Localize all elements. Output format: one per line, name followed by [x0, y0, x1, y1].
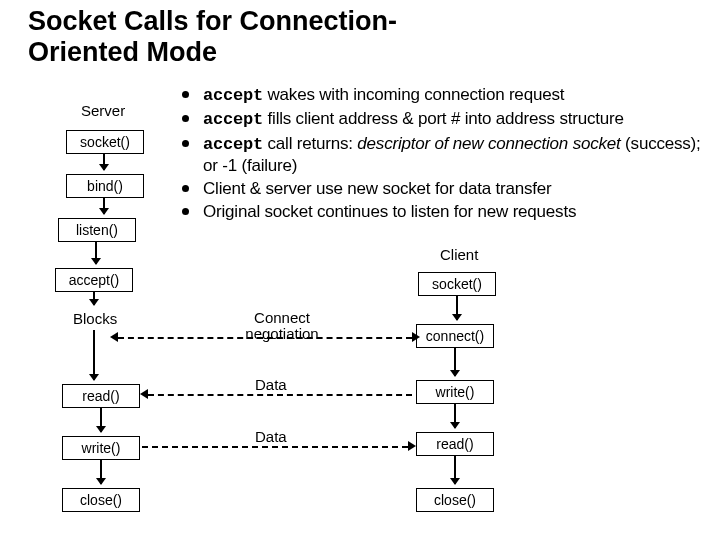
bullet-4: Client & server use new socket for data … [182, 178, 702, 199]
arrow-down-icon [454, 456, 456, 484]
server-write-box: write() [62, 436, 140, 460]
emphasized-text: descriptor of new connection socket [357, 134, 620, 153]
data-label-2: Data [255, 428, 287, 445]
server-socket-box: socket() [66, 130, 144, 154]
data-label-1: Data [255, 376, 287, 393]
client-write-box: write() [416, 380, 494, 404]
arrow-down-icon [103, 154, 105, 170]
client-close-box: close() [416, 488, 494, 512]
page-title: Socket Calls for Connection- Oriented Mo… [28, 6, 397, 68]
arrow-down-icon [93, 330, 95, 380]
bullet-1: accept wakes with incoming connection re… [182, 84, 702, 106]
bullet-icon [182, 140, 189, 147]
accept-keyword: accept [203, 135, 263, 154]
dashed-data-line [142, 446, 408, 448]
bullet-icon [182, 91, 189, 98]
arrow-down-icon [100, 408, 102, 432]
bullet-2: accept fills client address & port # int… [182, 108, 702, 130]
server-bind-box: bind() [66, 174, 144, 198]
connect-negotiation-label: Connect negotiation [222, 310, 342, 342]
bullet-3: accept call returns: descriptor of new c… [182, 133, 702, 177]
server-read-box: read() [62, 384, 140, 408]
title-line2: Oriented Mode [28, 37, 217, 67]
title-line1: Socket Calls for Connection- [28, 6, 397, 36]
bullet-list: accept wakes with incoming connection re… [182, 84, 702, 225]
bullet-text: accept call returns: descriptor of new c… [203, 133, 702, 177]
client-connect-box: connect() [416, 324, 494, 348]
blocks-label: Blocks [73, 310, 117, 327]
client-label: Client [440, 246, 478, 263]
bullet-text: accept fills client address & port # int… [203, 108, 624, 130]
server-accept-box: accept() [55, 268, 133, 292]
arrow-down-icon [95, 242, 97, 264]
arrow-down-icon [456, 296, 458, 320]
accept-keyword: accept [203, 86, 263, 105]
client-read-box: read() [416, 432, 494, 456]
client-socket-box: socket() [418, 272, 496, 296]
bullet-icon [182, 208, 189, 215]
arrow-left-icon [140, 389, 148, 399]
accept-keyword: accept [203, 110, 263, 129]
arrow-left-icon [110, 332, 118, 342]
bullet-text: accept wakes with incoming connection re… [203, 84, 564, 106]
bullet-text: Client & server use new socket for data … [203, 178, 552, 199]
text-span: fills client address & port # into addre… [263, 109, 624, 128]
bullet-icon [182, 185, 189, 192]
bullet-icon [182, 115, 189, 122]
arrow-down-icon [100, 460, 102, 484]
arrow-down-icon [454, 348, 456, 376]
arrow-right-icon [408, 441, 416, 451]
text-span: call returns: [263, 134, 357, 153]
arrow-right-icon [412, 332, 420, 342]
bullet-text: Original socket continues to listen for … [203, 201, 576, 222]
server-listen-box: listen() [58, 218, 136, 242]
server-close-box: close() [62, 488, 140, 512]
text-span: wakes with incoming connection request [263, 85, 564, 104]
arrow-down-icon [454, 404, 456, 428]
arrow-down-icon [93, 292, 95, 305]
server-label: Server [81, 102, 125, 119]
bullet-5: Original socket continues to listen for … [182, 201, 702, 222]
arrow-down-icon [103, 198, 105, 214]
dashed-data-line [148, 394, 412, 396]
